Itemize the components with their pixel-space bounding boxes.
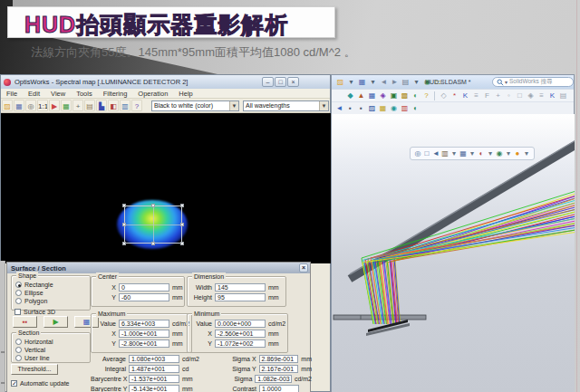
section-view-icon[interactable]: ▥ [440,148,450,159]
sketch-icon[interactable]: ◆ [345,91,355,101]
component-icon[interactable]: ▣ [389,91,399,101]
clipboard-icon[interactable]: ▤ [84,100,95,111]
layer-icon[interactable]: ▪ [356,103,366,114]
radio-icon[interactable] [15,282,22,288]
back-icon[interactable]: ◄ [334,103,344,114]
selection-handle[interactable] [122,204,126,207]
caret-icon[interactable]: ▾ [504,148,513,159]
flip-icon[interactable]: ◧ [108,100,119,111]
radio-icon[interactable] [15,347,22,353]
panel-titlebar[interactable]: Surface / Section × [7,263,310,273]
undo-icon[interactable]: ◄ [379,77,389,88]
shield-icon[interactable]: ◐ [411,91,420,101]
open-icon[interactable]: ▨ [335,77,345,88]
assembly-icon[interactable]: ▦ [367,91,377,101]
menu-item[interactable]: View [45,90,71,98]
rgb-triangle-button[interactable]: ▶ [44,316,68,328]
save-icon[interactable]: ▦ [14,100,24,111]
layer-icon[interactable]: ▪ [345,103,355,114]
toolbar-icon[interactable]: F [482,91,492,101]
crosshair-icon[interactable]: + [72,100,83,111]
zoom-fit-icon[interactable]: ◎ [413,148,422,159]
mate-icon[interactable]: ◈ [378,91,388,101]
hide-show-icon[interactable]: ◉ [495,148,504,159]
appearance-icon[interactable]: ● [513,148,522,159]
radio-icon[interactable] [15,339,22,345]
mate-flip-icon[interactable]: K [460,91,470,101]
minimize-button[interactable]: – [262,77,274,87]
shape-option[interactable]: Polygon [15,297,90,305]
optisworks-titlebar[interactable]: OptisWorks - Spectral map [.LUMINANCE DE… [1,75,330,89]
value-field[interactable]: 0 [119,283,169,292]
surface-3d-checkbox[interactable]: Surface 3D [14,308,55,316]
spectrum-triangle-icon[interactable]: ▶ [49,100,60,111]
caret-icon[interactable]: ▾ [522,148,531,159]
threshold-button[interactable]: Threshold... [11,364,58,375]
chevron-down-icon[interactable]: ▼ [319,101,328,110]
toolbar-icon[interactable]: ≡ [536,91,546,101]
menu-item[interactable]: Tools [71,90,98,98]
histogram-icon[interactable]: ▙ [96,100,107,111]
toolbar-icon[interactable]: ◦ [504,91,514,101]
selection-handle[interactable] [151,204,155,207]
one-to-one-icon[interactable]: 1:1 [37,100,48,111]
checkbox-icon[interactable] [14,309,21,315]
selection-handle[interactable] [122,242,126,245]
grid-icon[interactable]: ▦ [378,103,388,114]
close-button[interactable]: × [287,77,299,87]
caret-icon[interactable]: ▾ [450,148,459,159]
move-component-icon[interactable]: * [450,91,459,101]
simulation-icon[interactable]: ▥ [400,103,410,114]
open-icon[interactable]: ▨ [2,100,13,111]
toolbar-icon[interactable]: □ [515,91,525,101]
shape-option[interactable]: Rectangle [15,281,90,289]
solidworks-search-box[interactable]: ▾ SolidWorks 搜尋 [492,77,574,87]
zoom-icon[interactable]: ◎ [25,100,36,111]
caret-icon[interactable]: ▾ [468,148,477,159]
pattern-icon[interactable]: ▩ [400,91,410,101]
toolbar-icon[interactable]: ≡ [471,91,481,101]
selection-handle[interactable] [122,223,126,226]
display-style-icon[interactable]: ◐ [477,148,486,159]
checkbox-icon[interactable]: ✓ [11,380,17,387]
wavelength-dropdown[interactable]: All wavelengths ▼ [243,100,329,111]
value-field[interactable]: 145 [215,283,266,292]
chevron-down-icon[interactable]: ▾ [505,79,508,85]
value-field[interactable]: 95 [215,293,266,301]
automatic-update-checkbox[interactable]: ✓ Automatic update [11,379,69,387]
features-icon[interactable]: ▲ [356,91,366,101]
menu-item[interactable]: Edit [23,90,45,98]
save-icon[interactable]: ▦ [357,77,367,88]
colorbar-button[interactable]: ▪▪ [13,316,37,328]
caret-icon[interactable]: ▾ [486,148,495,159]
3d-viewport[interactable]: ◎□◄▥▾▦▾◐▾◉▾●▾ [332,114,575,392]
close-icon[interactable]: × [299,263,308,272]
selection-handle[interactable] [151,242,155,245]
section-option[interactable]: Horizontal [15,338,90,346]
shape-option[interactable]: Ellipse [15,289,90,297]
toolbar-icon[interactable]: + [493,91,503,101]
caret-icon[interactable]: ▾ [411,77,421,88]
caret-icon[interactable]: ▾ [368,77,378,88]
selection-handle[interactable] [180,204,184,207]
detector-icon[interactable]: ◉ [389,103,399,114]
toolbar-icon[interactable]: ▤ [558,91,568,101]
section-option[interactable]: Vertical [15,346,90,354]
menu-item[interactable]: Operation [132,90,173,98]
radio-icon[interactable] [15,355,22,361]
chevron-down-icon[interactable]: ▼ [229,101,238,110]
colormap-dropdown[interactable]: Black to white (color) ▼ [151,100,239,111]
selection-handle[interactable] [180,242,184,245]
mate-flip-icon[interactable]: K [547,91,557,101]
redo-icon[interactable]: ► [390,77,400,88]
toolbar-icon[interactable]: ◇ [439,91,449,101]
menu-item[interactable]: Help [173,90,198,98]
value-field[interactable]: -60 [119,293,169,301]
view-orientation-icon[interactable]: ▦ [459,148,468,159]
previous-view-icon[interactable]: ◄ [431,148,440,159]
section-option[interactable]: User line [15,354,90,362]
selection-handle[interactable] [180,223,184,226]
table-icon[interactable]: ▥ [120,100,130,111]
radio-icon[interactable] [15,298,22,304]
maximize-button[interactable]: □ [275,77,286,87]
